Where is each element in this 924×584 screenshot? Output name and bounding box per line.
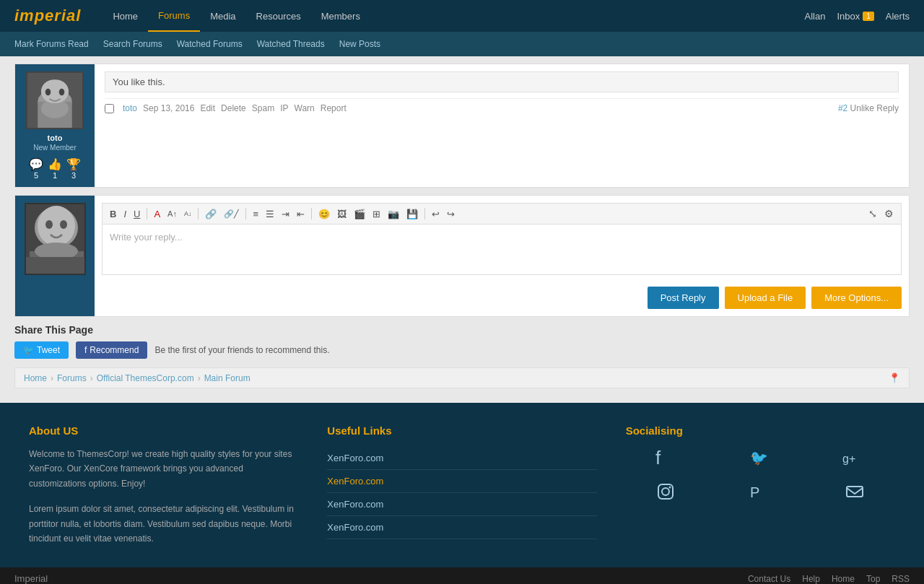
toolbar-emoji[interactable]: 😊 [315,207,333,221]
delete-link[interactable]: Delete [221,103,246,113]
messages-icon: 💬 [29,157,43,171]
email-social-icon[interactable] [815,481,895,502]
breadcrumb-main-forum[interactable]: Main Forum [204,373,250,383]
toolbar-align-left[interactable]: ≡ [250,207,261,221]
post-reply-button[interactable]: Post Reply [648,287,719,309]
footer-link-1-anchor[interactable]: XenForo.com [327,453,383,463]
nav-alerts[interactable]: Alerts [886,11,910,22]
footer-about-para2: Lorem ipsum dolor sit amet, consectetur … [29,502,298,546]
editor-placeholder: Write your reply... [110,232,183,243]
home-link[interactable]: Home [832,574,855,584]
bottom-links: Contact Us Help Home Top RSS [748,574,910,584]
toolbar-bold[interactable]: B [107,207,119,221]
subnav-new-posts[interactable]: New Posts [339,39,380,49]
post-inner: toto New Member 💬 5 👍 1 🏆 3 [15,64,909,187]
site-logo[interactable]: imperial [14,6,81,25]
google-plus-social-icon[interactable]: g+ [815,447,895,467]
svg-point-6 [45,89,51,96]
nav-media[interactable]: Media [200,0,245,32]
like-text: You like this. [113,77,165,87]
post-select-checkbox[interactable] [105,104,114,113]
subnav-mark-read[interactable]: Mark Forums Read [14,39,89,49]
svg-text:🐦: 🐦 [750,449,768,466]
nav-home[interactable]: Home [103,0,148,32]
footer-link-4-anchor[interactable]: XenForo.com [327,522,383,533]
toolbar-align-center[interactable]: ☰ [263,207,277,221]
rss-link[interactable]: RSS [892,574,910,584]
footer-about-para1: Welcome to ThemesCorp! we create high qu… [29,447,298,491]
nav-inbox[interactable]: Inbox 1 [837,11,873,22]
stat-likes-value: 1 [53,171,57,180]
nav-forums[interactable]: Forums [148,0,200,32]
toolbar-unlink[interactable]: 🔗╱ [221,208,242,220]
reply-link[interactable]: Reply [876,103,899,113]
footer-link-3-anchor[interactable]: XenForo.com [327,499,383,510]
pinterest-social-icon[interactable]: P [720,481,801,502]
toolbar-undo[interactable]: ↩ [429,207,443,221]
toolbar-image[interactable]: 🖼 [334,207,349,221]
nav-links: Home Forums Media Resources Members [103,0,370,32]
nav-username[interactable]: Allan [804,11,825,22]
toolbar-camera[interactable]: 📷 [385,207,402,221]
toolbar-table[interactable]: ⊞ [370,207,383,221]
stat-trophies: 🏆 3 [66,157,81,180]
stat-messages-value: 5 [34,171,38,180]
breadcrumb-sep-3: › [198,373,201,383]
upload-file-button[interactable]: Upload a File [725,287,806,309]
toolbar-font-size-up[interactable]: A↑ [165,208,180,219]
top-navigation: imperial Home Forums Media Resources Mem… [0,0,924,32]
warn-link[interactable]: Warn [295,103,315,113]
instagram-social-icon[interactable] [626,481,706,502]
reply-editor-area[interactable]: Write your reply... [102,225,902,275]
toolbar-indent[interactable]: ⇥ [279,207,292,221]
toolbar-font-color[interactable]: A [151,207,163,221]
share-section: Share This Page 🐦 Tweet f Recommend Be t… [14,324,910,359]
subnav-watched-threads[interactable]: Watched Threads [257,39,325,49]
breadcrumb-home[interactable]: Home [24,373,47,383]
post-number: #2 Unlike Reply [838,103,899,113]
contact-us-link[interactable]: Contact Us [748,574,790,584]
unlike-link[interactable]: Unlike [850,103,874,113]
stat-likes: 👍 1 [48,157,62,180]
nav-resources[interactable]: Resources [246,0,311,32]
spam-link[interactable]: Spam [252,103,274,113]
toolbar-media[interactable]: 🎬 [351,207,368,221]
post-username: toto [48,134,63,142]
toolbar-link[interactable]: 🔗 [202,207,219,221]
footer-link-2-anchor[interactable]: XenForo.com [327,476,383,487]
edit-link[interactable]: Edit [200,103,215,113]
nav-members[interactable]: Members [311,0,370,32]
facebook-social-icon[interactable]: f [626,447,706,467]
toolbar-source[interactable]: ⚙ [881,206,897,221]
ip-link[interactable]: IP [280,103,288,113]
subnav-watched-forums[interactable]: Watched Forums [177,39,243,49]
logo-text-part2: l [76,6,81,25]
post-author-link[interactable]: toto [123,103,137,113]
toolbar-separator-5 [424,208,425,219]
more-options-button[interactable]: More Options... [811,287,902,309]
breadcrumb-forums[interactable]: Forums [57,373,87,383]
tweet-button[interactable]: 🐦 Tweet [14,341,69,359]
toolbar-separator-3 [245,208,246,219]
toolbar-outdent[interactable]: ⇤ [294,207,308,221]
footer-about-column: About US Welcome to ThemesCorp! we creat… [29,424,298,546]
help-link[interactable]: Help [802,574,820,584]
toolbar-font-size-down[interactable]: A↓ [181,209,195,219]
likes-icon: 👍 [48,157,62,171]
top-link[interactable]: Top [866,574,880,584]
toolbar-fullscreen[interactable]: ⤡ [866,206,880,221]
twitter-social-icon[interactable]: 🐦 [720,447,801,467]
toolbar-save[interactable]: 💾 [404,207,421,221]
post-num-link[interactable]: #2 [838,103,847,113]
svg-point-11 [45,220,53,229]
footer-social-column: Socialising f 🐦 g+ P [626,424,895,546]
subnav-search[interactable]: Search Forums [103,39,162,49]
toolbar-italic[interactable]: I [121,207,129,221]
toolbar-underline[interactable]: U [131,207,143,221]
report-link[interactable]: Report [321,103,346,113]
toolbar-redo[interactable]: ↪ [444,207,458,221]
breadcrumb-official[interactable]: Official ThemesCorp.com [97,373,194,383]
avatar [26,71,84,129]
post-avatar-column: toto New Member 💬 5 👍 1 🏆 3 [15,64,95,187]
facebook-recommend-button[interactable]: f Recommend [76,341,147,359]
